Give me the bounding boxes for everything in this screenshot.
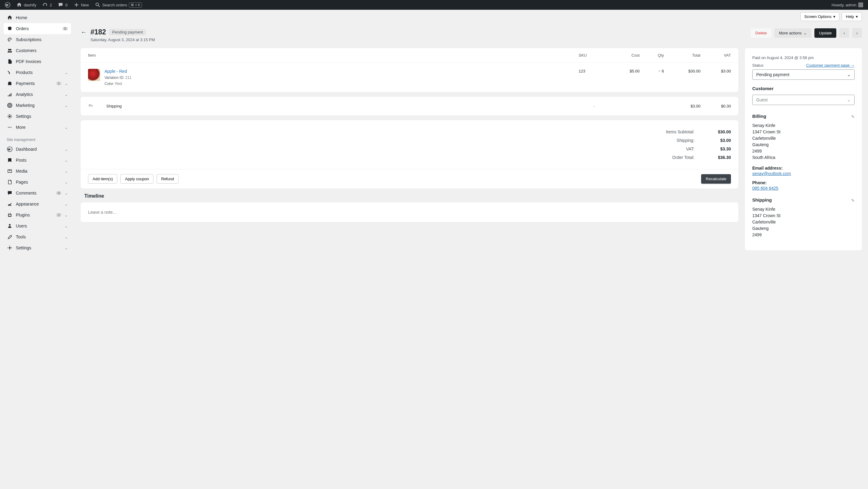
sidebar-item-posts[interactable]: Posts⌄ — [4, 155, 71, 166]
new-link[interactable]: New — [71, 0, 91, 10]
menu-label: Pages — [16, 180, 62, 185]
svg-point-2 — [8, 49, 10, 51]
sidebar-item-tools[interactable]: Tools⌄ — [4, 231, 71, 242]
menu-icon — [7, 26, 13, 32]
menu-label: Dashboard — [16, 147, 62, 152]
order-total-value: $36.30 — [707, 155, 731, 160]
apply-coupon-button[interactable]: Apply coupon — [120, 174, 154, 184]
sidebar-item-dashboard[interactable]: Dashboard⌄ — [4, 144, 71, 155]
sidebar-item-analytics[interactable]: Analytics⌄ — [4, 89, 71, 100]
refund-button[interactable]: Refund — [157, 174, 179, 184]
recalculate-button[interactable]: Recalculate — [701, 174, 731, 184]
sidebar-item-settings[interactable]: Settings⌄ — [4, 242, 71, 253]
admin-bar: dashify 2 0 New Search orders⌘ + K Howdy… — [0, 0, 868, 10]
menu-icon — [7, 36, 13, 43]
delete-button[interactable]: Delete — [751, 28, 771, 38]
wp-logo[interactable] — [2, 0, 13, 10]
chevron-down-icon: ⌄ — [65, 213, 68, 218]
prev-order-button[interactable]: ‹ — [839, 28, 849, 38]
col-sku: SKU — [579, 53, 609, 58]
caret-down-icon: ▾ — [856, 14, 858, 19]
main-content: Screen Options ▾ Help ▾ ← #182 Pending p… — [74, 10, 868, 489]
sidebar-item-orders[interactable]: Orders5 — [4, 23, 71, 34]
comments-link[interactable]: 0 — [56, 0, 70, 10]
vat-value: $3.30 — [707, 146, 731, 151]
add-items-button[interactable]: Add item(s) — [88, 174, 117, 184]
sidebar-item-media[interactable]: Media⌄ — [4, 166, 71, 176]
sidebar-item-users[interactable]: Users⌄ — [4, 221, 71, 231]
chevron-down-icon: ⌄ — [803, 31, 807, 35]
note-input[interactable] — [81, 202, 738, 222]
search-orders[interactable]: Search orders⌘ + K — [93, 0, 145, 10]
phone-link[interactable]: 085 604 6425 — [752, 186, 855, 191]
menu-icon — [7, 190, 13, 196]
menu-label: Subscriptions — [16, 37, 68, 42]
shipping-total-value: $3.00 — [707, 138, 731, 143]
menu-label: Marketing — [16, 103, 62, 108]
menu-icon — [7, 201, 13, 207]
item-sku: 123 — [579, 69, 609, 73]
sidebar-item-more[interactable]: More⌄ — [4, 122, 71, 133]
menu-icon — [7, 69, 13, 75]
menu-label: Users — [16, 224, 62, 228]
sidebar-item-marketing[interactable]: Marketing⌄ — [4, 100, 71, 111]
help-button[interactable]: Help ▾ — [842, 12, 862, 21]
chevron-down-icon: ⌄ — [65, 125, 68, 130]
sidebar-item-subscriptions[interactable]: Subscriptions — [4, 34, 71, 45]
sidebar-item-pages[interactable]: Pages⌄ — [4, 176, 71, 188]
status-label: Status — [752, 63, 764, 68]
updates-link[interactable]: 2 — [40, 0, 54, 10]
back-arrow[interactable]: ← — [81, 28, 87, 36]
svg-point-3 — [10, 49, 11, 51]
menu-label: Plugins — [16, 213, 53, 218]
menu-label: PDF Invoices — [16, 59, 68, 64]
menu-icon — [7, 14, 13, 21]
shipping-heading: Shipping — [752, 197, 772, 202]
svg-point-13 — [9, 247, 10, 249]
menu-label: Posts — [16, 158, 62, 163]
menu-label: Settings — [16, 246, 62, 250]
subtotal-value: $30.00 — [707, 129, 731, 134]
timeline-title: Timeline — [81, 193, 738, 202]
more-actions-button[interactable]: More actions ⌄ — [775, 28, 811, 38]
menu-label: Media — [16, 169, 62, 173]
sidebar-item-customers[interactable]: Customers — [4, 45, 71, 56]
sidebar: HomeOrders5SubscriptionsCustomersPDF Inv… — [0, 10, 74, 489]
subtotal-label: Items Subtotal: — [666, 129, 694, 134]
email-link[interactable]: senay@outlook.com — [752, 171, 855, 176]
sidebar-item-settings[interactable]: Settings — [4, 111, 71, 122]
menu-label: Comments — [16, 191, 53, 195]
sidebar-item-comments[interactable]: Comments0⌄ — [4, 188, 71, 198]
sidebar-item-appearance[interactable]: Appearance⌄ — [4, 198, 71, 209]
customer-select[interactable]: Guest⌄ — [752, 95, 855, 105]
menu-badge: 5 — [62, 27, 68, 30]
menu-icon — [7, 146, 13, 152]
svg-point-9 — [9, 127, 10, 128]
chevron-down-icon: ⌄ — [65, 147, 68, 152]
caret-down-icon: ▾ — [833, 14, 835, 19]
totals-card: Items Subtotal:$30.00 Shipping:$3.00 VAT… — [81, 120, 738, 189]
sidebar-item-plugins[interactable]: Plugins2⌄ — [4, 209, 71, 221]
edit-billing-icon[interactable]: ✎ — [851, 115, 855, 119]
product-name-link[interactable]: Apple - Red — [104, 69, 131, 74]
item-vat: $3.00 — [701, 69, 731, 73]
sidebar-item-pdf-invoices[interactable]: PDF Invoices — [4, 56, 71, 67]
truck-icon — [88, 103, 106, 109]
screen-options-button[interactable]: Screen Options ▾ — [800, 12, 840, 21]
sidebar-item-home[interactable]: Home — [4, 12, 71, 23]
sidebar-item-products[interactable]: Products⌄ — [4, 67, 71, 78]
menu-icon — [7, 212, 13, 218]
menu-icon — [7, 113, 13, 119]
customer-payment-link[interactable]: Customer payment page → — [806, 63, 855, 68]
howdy-user[interactable]: Howdy, admin — [829, 0, 866, 10]
col-qty: Qty — [640, 53, 664, 58]
chevron-down-icon: ⌄ — [847, 72, 850, 77]
chevron-down-icon: ⌄ — [65, 180, 68, 185]
sidebar-item-payments[interactable]: Payments1⌄ — [4, 78, 71, 89]
update-button[interactable]: Update — [814, 28, 836, 38]
site-link[interactable]: dashify — [14, 0, 39, 10]
next-order-button[interactable]: › — [852, 28, 862, 38]
edit-shipping-icon[interactable]: ✎ — [851, 198, 855, 203]
shipping-dash: - — [579, 104, 609, 108]
status-select[interactable]: Pending payment⌄ — [752, 69, 855, 80]
